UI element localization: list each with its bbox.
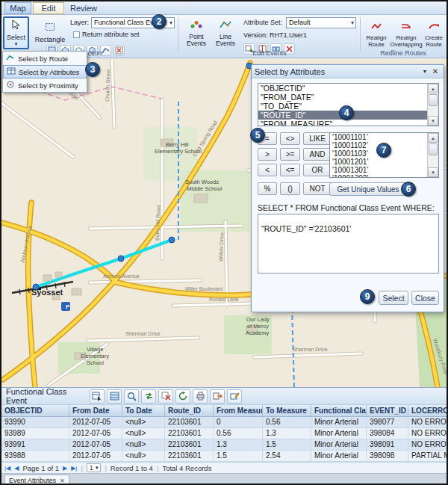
total-records-label: Total 4 Records <box>162 464 211 472</box>
value-list-item[interactable]: '10001101' <box>330 133 427 141</box>
scroll-down-icon[interactable] <box>428 116 438 126</box>
select-button[interactable]: Select ▾ <box>3 16 29 49</box>
map-label: Sharman Drive <box>293 347 328 352</box>
page-size-dropdown[interactable]: 1▾ <box>87 463 102 472</box>
export-icon[interactable] <box>210 389 225 404</box>
select-all-icon[interactable] <box>107 389 122 404</box>
column-header[interactable]: LOCERROR <box>408 405 447 417</box>
table-cell: 22103601 <box>165 428 214 439</box>
dialog-close-button[interactable]: Close <box>411 291 439 305</box>
realign-route-button[interactable]: Realign Route <box>363 17 390 49</box>
value-list-item[interactable]: '10001301' <box>330 166 427 174</box>
map-label: Willets Drive <box>218 232 224 262</box>
rectangle-button-label: Rectangle <box>35 36 66 43</box>
operator-button-<[interactable]: < <box>258 164 277 176</box>
column-header[interactable]: From Date <box>69 405 122 417</box>
table-cell: 1.3 <box>214 439 263 451</box>
table-row[interactable]: 939912012-07-05<null>221036011.31.5Minor… <box>1 439 447 451</box>
realign-overlapping-button[interactable]: Realign Overlapping <box>391 17 421 49</box>
next-page-icon[interactable]: ▶ <box>63 465 67 472</box>
table-row[interactable]: 939882012-07-05<null>221036011.52.54Mino… <box>1 451 447 462</box>
point-events-button[interactable]: Point Events <box>182 17 211 49</box>
select-by-proximity-icon <box>6 81 15 90</box>
rectangle-button[interactable]: Rectangle <box>32 18 68 46</box>
table-cell: 22103601 <box>165 451 214 462</box>
tab-edit[interactable]: Edit <box>33 2 64 14</box>
field-list-item[interactable]: "OBJECTID" <box>258 84 427 93</box>
operator-button-%[interactable]: % <box>258 182 277 195</box>
dialog-close-icon[interactable] <box>430 67 441 77</box>
callout-5: 5 <box>250 128 265 143</box>
field-list-item[interactable]: "FROM_DATE" <box>258 93 427 102</box>
attribute-set-label: Attribute Set: <box>243 19 282 26</box>
last-page-icon[interactable]: ▶| <box>71 465 77 472</box>
create-route-button[interactable]: Create Route <box>422 17 446 49</box>
operator-button->[interactable]: > <box>258 148 277 161</box>
where-clause-input[interactable]: "ROUTE_ID" ='22103601' <box>258 214 439 274</box>
scroll-up-icon[interactable] <box>428 133 438 143</box>
prev-page-icon[interactable]: ◀ <box>14 465 19 472</box>
column-header[interactable]: From Measure <box>214 405 263 417</box>
zoom-to-selection-icon[interactable] <box>124 389 139 404</box>
scrollbar-thumb[interactable] <box>429 143 438 155</box>
tab-event-attributes[interactable]: Event Attributes <box>4 475 69 485</box>
dialog-dropdown-icon[interactable] <box>420 67 430 77</box>
close-tab-icon[interactable] <box>60 477 65 484</box>
map-label: Syosset <box>31 288 63 297</box>
print-icon[interactable] <box>193 389 208 404</box>
point-events-icon <box>190 19 202 32</box>
column-header[interactable]: To Date <box>122 405 165 417</box>
callout-3: 3 <box>85 62 100 77</box>
tab-review[interactable]: Review <box>66 2 102 14</box>
operator-buttons: =<>LIKE>>=AND<<=OR <box>258 132 332 176</box>
menu-item-select-by-proximity[interactable]: Select by Proximity <box>3 78 87 92</box>
edit-table-icon[interactable] <box>227 389 242 404</box>
column-header[interactable]: EVENT_ID <box>367 405 408 417</box>
menu-item-select-by-route[interactable]: Select by Route <box>3 52 87 65</box>
field-list-item[interactable]: "FROM_MEASURE" <box>258 120 427 126</box>
get-unique-values-button[interactable]: Get Unique Values <box>329 182 407 196</box>
operator-button-AND[interactable]: AND <box>303 148 332 161</box>
scroll-down-icon[interactable] <box>428 167 438 177</box>
menu-item-select-by-attributes[interactable]: Select by Attributes <box>3 65 87 78</box>
value-list-item[interactable]: '10001302' <box>330 174 427 177</box>
clear-selection-icon[interactable] <box>158 389 173 404</box>
scroll-up-icon[interactable] <box>428 84 438 93</box>
column-header[interactable]: Functional Class <box>311 405 367 417</box>
value-list-item[interactable]: '10001201' <box>330 158 427 166</box>
field-list-scrollbar[interactable] <box>427 84 438 126</box>
separator: | <box>157 464 158 472</box>
map-label: P <box>66 303 70 310</box>
operator-button-NOT[interactable]: NOT <box>303 182 332 195</box>
dialog-titlebar[interactable]: Select by Attributes <box>252 65 444 78</box>
operator-button-OR[interactable]: OR <box>303 164 332 176</box>
operator-button-()[interactable]: () <box>280 182 300 195</box>
return-attribute-set-checkbox[interactable] <box>73 31 80 38</box>
switch-selection-icon[interactable] <box>141 389 156 404</box>
operator-button->=[interactable]: >= <box>280 148 300 161</box>
scrollbar-thumb[interactable] <box>429 94 438 106</box>
callout-6: 6 <box>401 182 416 197</box>
column-header[interactable]: OBJECTID <box>1 405 69 417</box>
table-cell: <null> <box>122 439 165 451</box>
table-cell: Minor Arterial <box>311 428 367 439</box>
table-cell: 93988 <box>1 451 69 462</box>
column-header[interactable]: Route_ID <box>165 405 214 417</box>
select-button-label: Select <box>7 34 25 41</box>
layer-label: Layer: <box>70 19 89 26</box>
table-row[interactable]: 939892012-07-05<null>221036010.561.3Mino… <box>1 428 447 439</box>
table-row[interactable]: 939902012-07-05<null>2210360100.56Minor … <box>1 417 447 428</box>
show-selected-records-icon[interactable] <box>90 389 105 404</box>
operator-button-LIKE[interactable]: LIKE <box>303 132 332 145</box>
operator-button-<=[interactable]: <= <box>280 164 300 176</box>
tab-map[interactable]: Map <box>4 2 31 14</box>
first-page-icon[interactable]: |◀ <box>4 465 10 472</box>
value-list-scrollbar[interactable] <box>427 133 438 177</box>
dialog-select-button[interactable]: Select <box>379 291 408 305</box>
attribute-set-combo[interactable]: Default <box>286 17 356 28</box>
attribute-table-panel: Functional Class Event OBJECTIDFrom Date… <box>1 387 447 484</box>
line-events-button[interactable]: Line Events <box>212 17 239 49</box>
operator-button-<>[interactable]: <> <box>280 132 300 145</box>
refresh-icon[interactable] <box>175 389 190 404</box>
column-header[interactable]: To Measure <box>263 405 311 417</box>
